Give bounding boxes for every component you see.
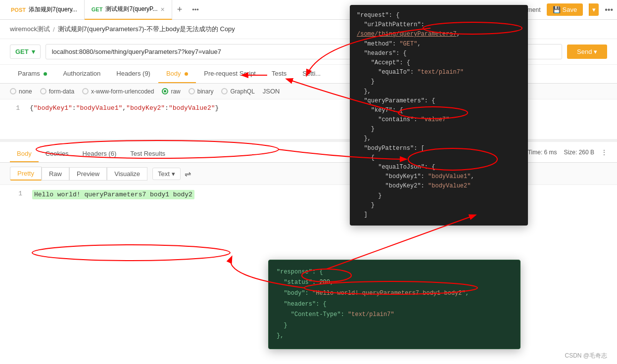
tab-get[interactable]: GET 测试规则7(queryP... × (85, 0, 172, 20)
tab-headers[interactable]: Headers (9) (108, 65, 158, 83)
method-chevron-icon: ▾ (32, 48, 35, 55)
format-type-selector[interactable]: Text ▾ (152, 168, 181, 180)
radio-none[interactable]: none (10, 88, 32, 95)
method-selector[interactable]: GET ▾ (10, 45, 41, 59)
radio-urlencoded-indicator (82, 88, 89, 94)
status-value: 200 OK (501, 149, 521, 156)
request-bar: GET ▾ Send ▾ (0, 39, 617, 65)
radio-binary[interactable]: binary (189, 88, 214, 95)
globe-icon: 🌐 (466, 149, 474, 156)
format-tab-preview[interactable]: Preview (69, 167, 107, 181)
resp-tab-body[interactable]: Body (10, 146, 39, 162)
response-body-content: 1 Hello world! queryParameters7 body1 bo… (0, 185, 617, 215)
time-label: Time: 6 ms (528, 149, 557, 156)
tab-post-label: 添加规则7(query... (29, 5, 77, 14)
tab-body[interactable]: Body (158, 65, 196, 83)
tab-authorization[interactable]: Authorization (55, 65, 108, 83)
radio-urlencoded[interactable]: x-www-form-urlencoded (82, 88, 154, 95)
json-format-label: JSON (263, 88, 280, 95)
status-label: Status: 200 OK (480, 149, 521, 156)
radio-raw[interactable]: raw (162, 88, 180, 95)
request-nav-tabs: Params Authorization Headers (9) Body Pr… (0, 65, 617, 84)
tab-tests[interactable]: Tests (264, 65, 294, 83)
response-text: Hello world! queryParameters7 body1 body… (32, 190, 194, 199)
tab-right-area: No Environment 💾 Save ▾ ••• (498, 3, 614, 16)
tab-prerequest[interactable]: Pre-request Script (196, 65, 264, 83)
params-dot (44, 72, 47, 76)
breadcrumb-root[interactable]: wiremock测试 (10, 25, 50, 34)
response-tab-bar: Body Cookies Headers (6) Test Results 🌐 … (0, 142, 617, 163)
url-input[interactable] (46, 44, 562, 59)
format-tab-pretty[interactable]: Pretty (10, 167, 42, 181)
radio-form-data[interactable]: form-data (40, 88, 74, 95)
request-body-editor[interactable]: 1 { "bodyKey1" : "bodyValue1" , "bodyKey… (0, 99, 617, 139)
radio-graphql-indicator (221, 88, 228, 94)
more-icon[interactable]: ⋮ (601, 149, 607, 156)
environment-selector[interactable]: No Environment (498, 6, 541, 13)
send-button[interactable]: Send ▾ (567, 45, 607, 59)
resp-tab-headers[interactable]: Headers (6) (76, 146, 124, 162)
code-line-1: 1 { "bodyKey1" : "bodyValue1" , "bodyKey… (10, 104, 607, 112)
radio-raw-indicator (162, 88, 168, 94)
send-chevron-icon: ▾ (594, 48, 597, 55)
format-tab-visualize[interactable]: Visualize (107, 167, 147, 181)
line-number-1: 1 (10, 104, 20, 112)
tab-settings[interactable]: Setti... (294, 65, 329, 83)
tab-params[interactable]: Params (10, 65, 55, 83)
radio-form-data-indicator (40, 88, 47, 94)
wrap-toggle-button[interactable]: ⇌ (185, 169, 191, 179)
save-dropdown-button[interactable]: ▾ (589, 3, 599, 16)
breadcrumb-sep: / (53, 26, 55, 33)
tab-get-label: 测试规则7(queryP... (105, 5, 157, 13)
post-method-badge: POST (11, 7, 26, 13)
tab-bar: POST 添加规则7(query... GET 测试规则7(queryP... … (0, 0, 617, 20)
format-chevron-icon: ▾ (172, 170, 175, 178)
save-button[interactable]: 💾 Save (547, 3, 583, 16)
get-method-badge: GET (92, 6, 103, 12)
radio-binary-indicator (189, 88, 195, 94)
method-label: GET (15, 48, 29, 55)
add-tab-button[interactable]: + (172, 4, 188, 15)
resp-tab-test-results[interactable]: Test Results (123, 146, 172, 162)
response-line-1: 1 Hello world! queryParameters7 body1 bo… (10, 190, 607, 199)
format-tab-raw[interactable]: Raw (42, 167, 69, 181)
body-options-bar: none form-data x-www-form-urlencoded raw… (0, 84, 617, 99)
tab-post[interactable]: POST 添加规则7(query... (4, 0, 85, 20)
radio-graphql[interactable]: GraphQL (221, 88, 254, 95)
tab-more-button[interactable]: ••• (187, 6, 204, 13)
resp-line-number-1: 1 (10, 190, 22, 197)
response-section: Body Cookies Headers (6) Test Results 🌐 … (0, 139, 617, 364)
breadcrumb-current: 测试规则7(queryParameters7)-不带上body是无法成功的 Co… (58, 25, 235, 34)
close-tab-button[interactable]: × (161, 5, 165, 13)
more-options-button[interactable]: ••• (605, 5, 613, 14)
response-status-bar: 🌐 Status: 200 OK Time: 6 ms Size: 260 B … (466, 149, 607, 160)
size-label: Size: 260 B (564, 149, 594, 156)
body-dot (185, 72, 188, 76)
app-container: POST 添加规则7(query... GET 测试规则7(queryP... … (0, 0, 617, 364)
radio-none-indicator (10, 88, 16, 94)
save-icon: 💾 (553, 6, 561, 13)
resp-tab-cookies[interactable]: Cookies (39, 146, 76, 162)
format-tabs-bar: Pretty Raw Preview Visualize Text ▾ ⇌ (0, 163, 617, 185)
breadcrumb: wiremock测试 / 测试规则7(queryParameters7)-不带上… (0, 20, 617, 39)
